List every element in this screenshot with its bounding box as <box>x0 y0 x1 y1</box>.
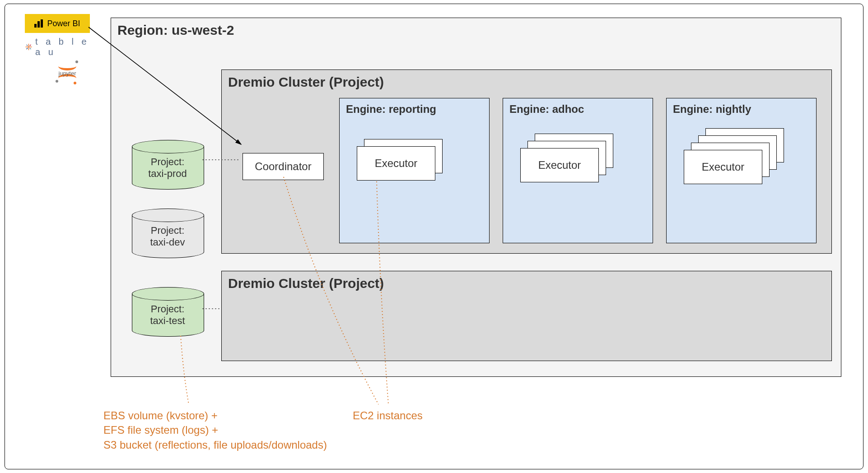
cluster1-label: Dremio Cluster (Project) <box>228 74 384 90</box>
powerbi-logo: Power BI <box>25 14 90 33</box>
dremio-cluster-2: Dremio Cluster (Project) <box>221 271 832 361</box>
ec2-annotation: EC2 instances <box>353 408 423 423</box>
powerbi-icon <box>34 19 44 28</box>
client-tools-logos: Power BI t a b l e a u <box>25 14 97 84</box>
tableau-label: t a b l e a u <box>35 37 97 57</box>
storage-line3: S3 bucket (reflections, file uploads/dow… <box>103 439 327 451</box>
region-label: Region: us-west-2 <box>117 23 234 38</box>
engine-adhoc: Engine: adhoc Executor <box>503 98 653 243</box>
project-prod-line1: Project: <box>151 156 185 167</box>
jupyter-label: jupyter <box>55 70 80 77</box>
executor-adhoc-label: Executor <box>538 159 581 172</box>
powerbi-label: Power BI <box>47 19 80 28</box>
svg-line-5 <box>30 48 31 49</box>
region-box: Region: us-west-2 Project: taxi-prod Pro… <box>111 18 841 377</box>
engine-nightly-label: Engine: nightly <box>673 103 751 116</box>
project-prod-line2: taxi-prod <box>148 168 187 179</box>
engine-reporting: Engine: reporting Executor <box>339 98 490 243</box>
project-test-line2: taxi-test <box>150 315 185 326</box>
executor-nightly-label: Executor <box>702 161 745 173</box>
svg-line-4 <box>27 48 28 49</box>
project-taxi-prod: Project: taxi-prod <box>132 140 203 190</box>
coordinator-label: Coordinator <box>255 160 311 173</box>
engine-adhoc-label: Engine: adhoc <box>509 103 584 116</box>
coordinator-box: Coordinator <box>243 153 324 180</box>
cluster2-label: Dremio Cluster (Project) <box>228 276 384 291</box>
jupyter-logo: jupyter <box>25 59 97 84</box>
diagram-frame: Power BI t a b l e a u <box>5 4 863 469</box>
svg-line-2 <box>27 45 28 46</box>
executor-reporting-label: Executor <box>375 157 418 170</box>
engine-reporting-label: Engine: reporting <box>346 103 436 116</box>
project-dev-line2: taxi-dev <box>150 236 185 248</box>
project-taxi-dev: Project: taxi-dev <box>132 209 203 258</box>
jupyter-icon <box>58 62 76 70</box>
project-test-line1: Project: <box>151 303 185 315</box>
project-dev-line1: Project: <box>151 225 185 236</box>
dremio-cluster-1: Dremio Cluster (Project) Coordinator Eng… <box>221 70 832 254</box>
storage-line1: EBS volume (kvstore) + <box>103 409 218 422</box>
project-taxi-test: Project: taxi-test <box>132 287 203 337</box>
engine-nightly: Engine: nightly Executor <box>666 98 817 243</box>
executor-reporting: Executor <box>357 146 435 181</box>
tableau-icon <box>25 42 33 52</box>
ec2-label: EC2 instances <box>353 409 423 422</box>
storage-annotation: EBS volume (kvstore) + EFS file system (… <box>103 408 327 452</box>
tableau-logo: t a b l e a u <box>25 37 97 57</box>
executor-nightly: Executor <box>684 150 762 184</box>
executor-adhoc: Executor <box>520 148 599 182</box>
svg-line-3 <box>30 45 31 46</box>
storage-line2: EFS file system (logs) + <box>103 424 218 436</box>
